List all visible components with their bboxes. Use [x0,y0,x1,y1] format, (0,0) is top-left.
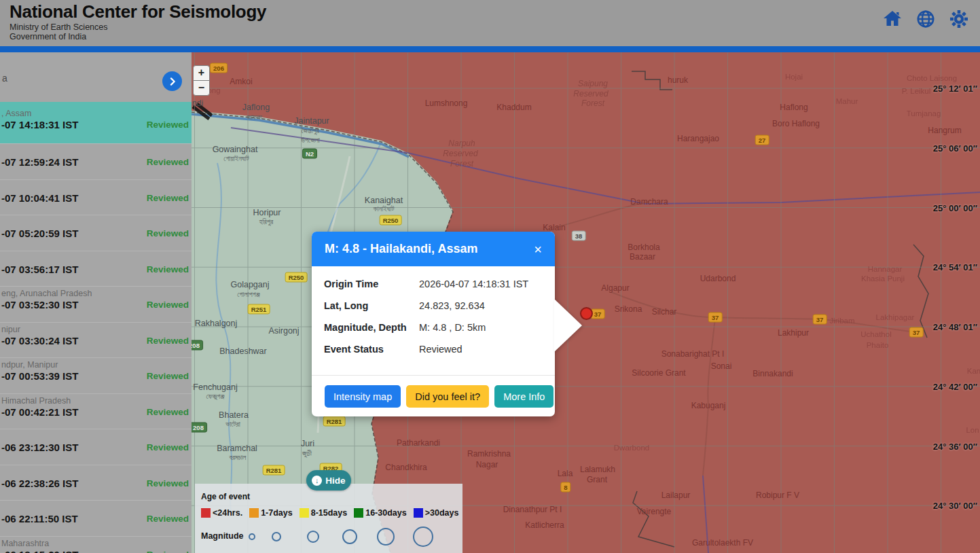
hide-button-label: Hide [325,476,345,486]
magnitude-scale-circle [377,528,395,546]
event-time: -06 22:38:26 IST [1,478,78,489]
popup-header: M: 4.8 - Hailakandi, Assam × [312,232,555,266]
event-location: nipur [1,325,20,334]
earthquake-list-item[interactable]: -07 12:59:24 ISTReviewed [0,143,192,179]
event-time: -07 10:04:41 IST [1,192,78,204]
earthquake-list-item[interactable]: ndpur, Manipur-07 00:53:39 ISTReviewed [0,357,192,393]
magnitude-scale-circle [342,529,357,544]
magnitude-scale-circle [307,531,319,543]
legend-age-item: >30days [414,508,459,518]
header-accent-bar [0,46,980,52]
event-status-badge: Reviewed [147,264,189,274]
legend-age-label: 16-30days [365,508,406,518]
legend-hide-button[interactable]: ↓ Hide [306,470,351,490]
legend-age-item: 16-30days [354,508,406,518]
legend-color-swatch [300,508,309,518]
sidebar-topbar: a [0,52,192,102]
earthquake-list-item[interactable]: -07 10:04:41 ISTReviewed [0,179,192,215]
detail-value: 24.823, 92.634 [419,300,485,313]
earthquake-list-sidebar: a , Assam-07 14:18:31 ISTReviewed-07 12:… [0,52,192,553]
map-legend: Age of event <24hrs.1-7days8-15days16-30… [195,484,462,553]
legend-magnitude-title: Magnitude [201,531,244,541]
earthquake-list-item[interactable]: -06 22:38:26 ISTReviewed [0,465,192,501]
magnitude-scale-circle [413,527,433,547]
earthquake-list-item[interactable]: -07 03:56:17 ISTReviewed [0,251,192,287]
magnitude-scale-circle [272,532,281,541]
popup-details: Origin Time2026-04-07 14:18:31 ISTLat, L… [312,266,555,376]
event-status-badge: Reviewed [147,371,189,381]
detail-value: M: 4.8 , D: 5km [419,321,486,334]
earthquake-list-item[interactable]: eng, Arunachal Pradesh-07 03:52:30 ISTRe… [0,286,192,322]
home-icon[interactable] [882,9,903,29]
close-icon[interactable]: × [534,243,542,256]
legend-color-swatch [354,508,363,518]
app-header: National Center for Seismology Ministry … [0,0,980,46]
event-status-badge: Reviewed [147,336,189,346]
event-status-badge: Reviewed [147,193,189,203]
legend-age-label: 1-7days [261,508,293,518]
gear-icon[interactable] [949,9,969,29]
event-status-badge: Reviewed [147,120,189,130]
earthquake-list-item[interactable]: -06 22:11:50 ISTReviewed [0,500,192,536]
event-location: Maharashtra [1,539,49,548]
more-info-button[interactable]: More Info [494,385,553,408]
earthquake-list-item[interactable]: -06 23:12:30 ISTReviewed [0,429,192,465]
sidebar-partial-text: a [2,73,7,84]
sidebar-collapse-button[interactable] [162,71,182,91]
event-time: -07 03:52:30 IST [1,299,78,310]
legend-age-item: 1-7days [249,508,293,518]
government-subtitle: Government of India [10,32,86,41]
event-time: -07 03:56:17 IST [1,264,78,275]
legend-age-items: <24hrs.1-7days8-15days16-30days>30days [201,508,465,518]
event-location: , Assam [1,109,31,118]
earthquake-list-item[interactable]: -07 05:20:59 ISTReviewed [0,215,192,251]
event-status-badge: Reviewed [147,228,189,238]
legend-age-title: Age of event [201,492,250,501]
earthquake-list-item[interactable]: nipur-07 03:30:24 ISTReviewed [0,322,192,358]
did-you-feel-it--button[interactable]: Did you feel it? [406,385,489,408]
detail-value: 2026-04-07 14:18:31 IST [419,278,528,291]
event-time: -07 05:20:59 IST [1,228,78,239]
zoom-out-button[interactable]: − [193,80,210,96]
event-status-badge: Reviewed [147,478,189,488]
event-time: -07 00:53:39 IST [1,370,78,382]
event-location: Himachal Pradesh [1,396,71,406]
popup-actions: Intensity mapDid you feel it?More Info [312,376,555,408]
event-time: -07 12:59:24 IST [1,156,78,168]
event-location: eng, Arunachal Pradesh [1,289,92,298]
popup-tail [554,299,582,352]
detail-label: Lat, Long [324,300,419,313]
event-time: -06 23:12:30 IST [1,442,78,453]
earthquake-popup: M: 4.8 - Hailakandi, Assam × Origin Time… [312,232,555,416]
earthquake-list-item[interactable]: Maharashtra-06 18:15:29 ISTReviewed [0,536,192,553]
detail-label: Event Status [324,343,419,356]
zoom-in-button[interactable]: + [193,65,210,81]
legend-age-item: <24hrs. [201,508,242,518]
event-location: ndpur, Manipur [1,360,58,370]
earthquake-list: , Assam-07 14:18:31 ISTReviewed-07 12:59… [0,102,192,553]
earthquake-list-item[interactable]: , Assam-07 14:18:31 ISTReviewed [0,102,192,143]
detail-label: Origin Time [324,278,419,291]
popup-detail-row: Lat, Long24.823, 92.634 [324,300,548,313]
map[interactable]: AmkoiongndiLumshnongKhaddumSaipungReserv… [192,52,980,553]
intensity-map-button[interactable]: Intensity map [325,385,401,408]
globe-icon[interactable] [915,9,936,29]
legend-age-item: 8-15days [300,508,348,518]
header-icon-group [882,9,969,29]
detail-label: Magnitude, Depth [324,321,419,334]
earthquake-list-item[interactable]: Himachal Pradesh-07 00:42:21 ISTReviewed [0,393,192,429]
legend-age-label: <24hrs. [213,508,242,518]
event-time: -07 00:42:21 IST [1,406,78,418]
event-status-badge: Reviewed [147,407,189,417]
event-time: -07 03:30:24 IST [1,335,78,346]
event-time: -06 18:15:29 IST [1,549,78,553]
legend-color-swatch [201,508,211,518]
event-time: -07 14:18:31 IST [1,119,78,130]
legend-color-swatch [249,508,259,518]
legend-age-label: 8-15days [311,508,348,518]
magnitude-scale-circle [249,533,255,540]
legend-color-swatch [414,508,423,518]
popup-title: M: 4.8 - Hailakandi, Assam [325,242,477,256]
event-status-badge: Reviewed [147,157,189,167]
popup-detail-row: Origin Time2026-04-07 14:18:31 IST [324,278,548,291]
